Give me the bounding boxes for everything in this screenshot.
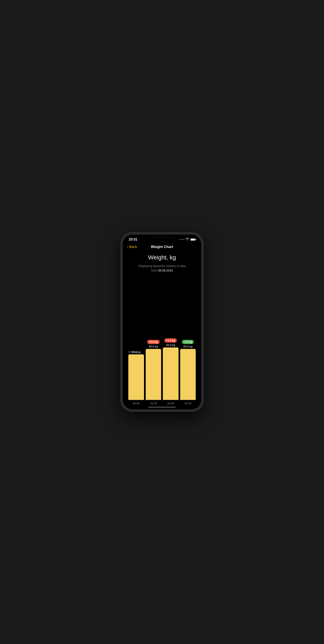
bar-group: +5.0 kg55.0 kg [146, 340, 161, 400]
wifi-icon [185, 238, 189, 241]
phone-frame: 20:01 ‹ [121, 232, 203, 412]
subtitle-text: Displaying dynamics relative to data [138, 264, 185, 268]
bar-value-label: 56.0 kg [166, 344, 175, 346]
bar-badge: +1.0 kg [164, 338, 177, 342]
x-axis-label: 03.09 [180, 402, 196, 405]
bar [180, 349, 196, 400]
subtitle-date: from 08.08.2024 [151, 269, 173, 272]
signal-icon [179, 239, 184, 240]
bar-value-label: 55.0 kg [149, 345, 158, 348]
bar [163, 348, 178, 400]
x-axis-label: 08.08 [128, 402, 144, 405]
status-time: 20:01 [129, 238, 138, 242]
battery-icon [190, 238, 195, 241]
bar-value-label: 50.0 kg [132, 350, 141, 354]
nav-title: Weight Chart [151, 245, 173, 249]
bar-group: +1.0 kg56.0 kg [163, 338, 178, 400]
chart-baseline [128, 400, 196, 400]
nav-bar: ‹ Back Weight Chart [123, 243, 201, 250]
x-axis-label: 19.08 [163, 402, 178, 405]
content-area: Weight, kg Displaying dynamics relative … [123, 250, 201, 405]
bar-group: -1.0 kg55.0 kg [180, 340, 196, 400]
back-label: Back [129, 245, 137, 249]
bar-badge: -1.0 kg [182, 340, 194, 344]
bars-wrapper: 50.0 kg50.0 kg+5.0 kg55.0 kg+1.0 kg56.0 … [128, 345, 196, 400]
x-labels: 08.0816.0819.0803.09 [128, 402, 196, 405]
bar-badge: +5.0 kg [147, 340, 160, 344]
back-button[interactable]: ‹ Back [127, 245, 137, 249]
chart-area: 50.0 kg50.0 kg+5.0 kg55.0 kg+1.0 kg56.0 … [128, 279, 196, 400]
x-axis-label: 16.08 [146, 402, 161, 405]
chart-container: 50.0 kg50.0 kg+5.0 kg55.0 kg+1.0 kg56.0 … [126, 279, 198, 405]
bar [128, 354, 144, 400]
chart-main-title: Weight, kg [148, 254, 176, 261]
chart-subtitle: Displaying dynamics relative to data fro… [138, 264, 185, 273]
home-indicator [148, 407, 176, 408]
back-chevron-icon: ‹ [127, 245, 128, 249]
bar [146, 349, 161, 400]
bar-value-label: 55.0 kg [183, 345, 192, 348]
status-icons [179, 238, 195, 241]
phone-screen: 20:01 ‹ [123, 234, 201, 410]
bar-group: 50.0 kg [128, 346, 144, 400]
